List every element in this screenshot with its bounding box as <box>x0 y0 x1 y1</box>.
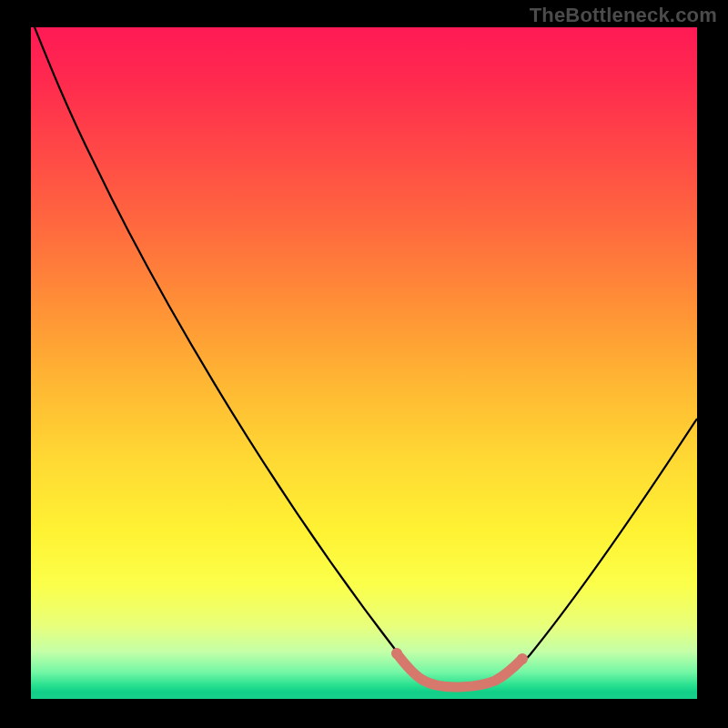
main-curve <box>31 27 697 687</box>
accent-dot-left <box>391 648 402 659</box>
chart-svg <box>31 27 697 699</box>
accent-dot-right <box>517 653 528 664</box>
accent-segment <box>397 653 522 687</box>
plot-area <box>31 27 697 699</box>
chart-frame: TheBottleneck.com <box>0 0 728 728</box>
watermark-text: TheBottleneck.com <box>530 4 717 27</box>
